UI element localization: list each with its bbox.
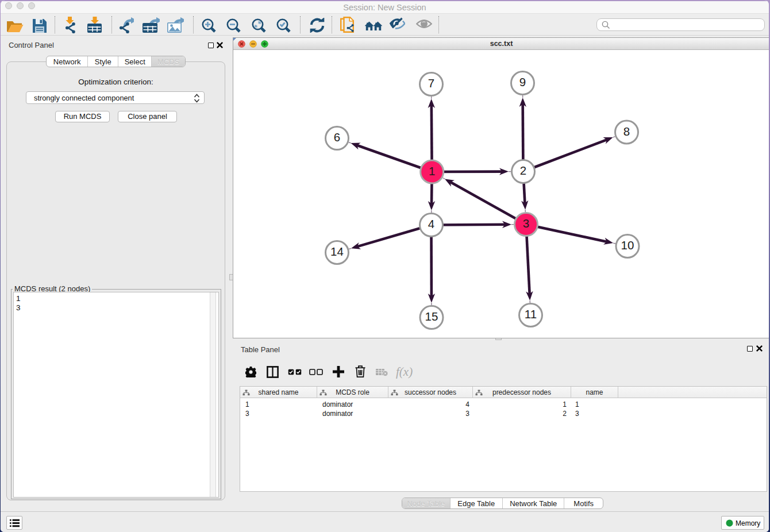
- svg-text:11: 11: [525, 307, 537, 321]
- svg-text:4: 4: [428, 217, 434, 230]
- svg-text:9: 9: [519, 75, 526, 88]
- svg-text:14: 14: [330, 245, 344, 258]
- svg-text:6: 6: [334, 130, 340, 144]
- svg-text:1: 1: [429, 164, 435, 178]
- svg-text:15: 15: [425, 310, 438, 323]
- svg-text:8: 8: [623, 125, 630, 138]
- svg-text:3: 3: [523, 217, 529, 230]
- svg-text:7: 7: [428, 76, 434, 90]
- svg-text:2: 2: [520, 164, 526, 177]
- svg-text:10: 10: [621, 238, 634, 252]
